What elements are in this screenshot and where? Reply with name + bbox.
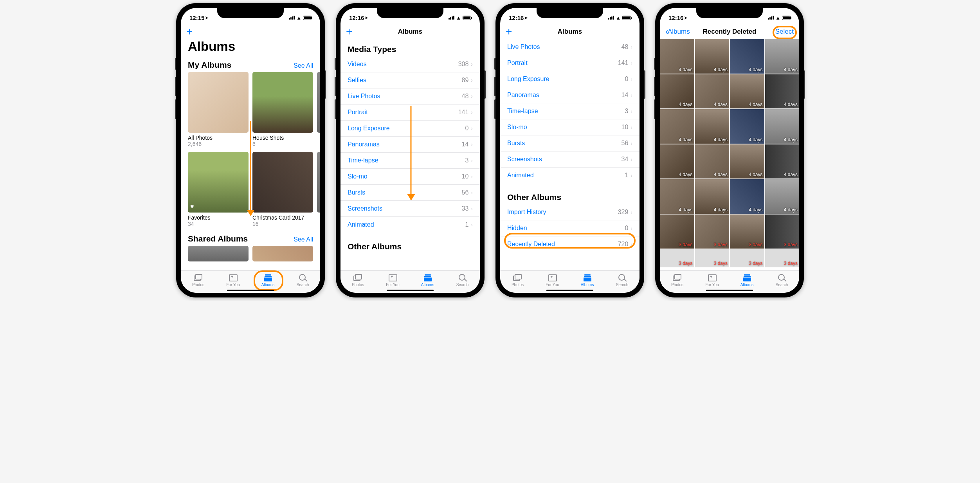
photo-thumbnail[interactable]: 3 days <box>730 249 764 267</box>
list-row[interactable]: Videos308› <box>340 56 480 72</box>
list-row[interactable]: Slo-mo10› <box>500 119 640 135</box>
location-icon: ➤ <box>524 16 528 20</box>
album-item[interactable] <box>317 72 320 147</box>
wifi-icon: ▲ <box>296 15 301 21</box>
wifi-icon: ▲ <box>456 15 461 21</box>
photo-thumbnail[interactable]: 4 days <box>765 179 800 214</box>
album-item[interactable]: ♥ Favorites 34 <box>188 152 249 227</box>
select-button[interactable]: Select <box>775 28 794 36</box>
nav-title: Albums <box>398 28 422 36</box>
photo-thumbnail[interactable]: 3 days <box>765 214 800 249</box>
list-row[interactable]: Portrait141› <box>500 55 640 71</box>
back-button[interactable]: ‹Albums <box>665 26 690 37</box>
photo-thumbnail[interactable]: 4 days <box>765 109 800 144</box>
tab-search[interactable]: Search <box>445 270 480 290</box>
add-button[interactable]: + <box>506 25 512 38</box>
tab-photos[interactable]: Photos <box>181 270 216 290</box>
photo-thumbnail[interactable]: 3 days <box>730 214 764 249</box>
home-indicator[interactable] <box>387 290 434 291</box>
photo-thumbnail[interactable]: 4 days <box>765 74 800 109</box>
album-item[interactable]: House Shots 6 <box>252 72 313 147</box>
list-row[interactable]: Panoramas14› <box>500 87 640 103</box>
list-row[interactable]: Time-lapse3› <box>500 103 640 119</box>
photo-thumbnail[interactable]: 4 days <box>730 109 764 144</box>
photo-thumbnail[interactable]: 4 days <box>695 74 730 109</box>
tab-for-you[interactable]: For You <box>695 270 730 290</box>
photo-thumbnail[interactable]: 4 days <box>660 144 694 179</box>
signal-icon <box>289 16 295 20</box>
chevron-right-icon: › <box>631 44 632 50</box>
list-row[interactable]: Screenshots34› <box>500 151 640 168</box>
tab-search[interactable]: Search <box>605 270 640 290</box>
photo-thumbnail[interactable]: 3 days <box>660 249 694 267</box>
photo-thumbnail[interactable]: 3 days <box>765 249 800 267</box>
tab-photos[interactable]: Photos <box>500 270 535 290</box>
album-item[interactable]: Christmas Card 2017 16 <box>252 152 313 227</box>
photo-thumbnail[interactable]: 3 days <box>695 249 730 267</box>
add-button[interactable]: + <box>186 25 193 38</box>
list-row[interactable]: Import History329› <box>500 204 640 220</box>
section-other-albums: Other Albums <box>500 183 640 204</box>
album-item[interactable] <box>252 246 313 261</box>
chevron-right-icon: › <box>471 205 473 212</box>
photo-thumbnail[interactable]: 4 days <box>695 109 730 144</box>
photo-thumbnail[interactable]: 4 days <box>765 39 800 74</box>
chevron-right-icon: › <box>471 189 473 196</box>
chevron-right-icon: › <box>471 109 473 115</box>
photo-thumbnail[interactable]: 4 days <box>695 39 730 74</box>
tab-search[interactable]: Search <box>764 270 799 290</box>
list-row[interactable]: Long Exposure0› <box>500 71 640 87</box>
see-all-button[interactable]: See All <box>294 62 313 69</box>
list-row[interactable]: Live Photos48› <box>340 88 480 105</box>
photo-thumbnail[interactable]: 4 days <box>660 179 694 214</box>
list-row[interactable]: Animated1› <box>500 168 640 183</box>
album-item[interactable]: All Photos 2,646 <box>188 72 249 147</box>
list-row[interactable]: Screenshots33› <box>340 201 480 217</box>
tab-photos[interactable]: Photos <box>660 270 695 290</box>
photo-thumbnail[interactable]: 4 days <box>730 179 764 214</box>
list-row[interactable]: Animated1› <box>340 217 480 232</box>
tab-albums[interactable]: Albums <box>250 270 285 290</box>
photo-thumbnail[interactable]: 4 days <box>695 179 730 214</box>
add-button[interactable]: + <box>346 25 352 38</box>
time: 12:16 <box>349 14 364 21</box>
photo-thumbnail[interactable]: 4 days <box>730 39 764 74</box>
chevron-right-icon: › <box>631 209 632 215</box>
list-row[interactable]: Recently Deleted720› <box>500 236 640 252</box>
tab-search[interactable]: Search <box>285 270 320 290</box>
tab-for-you[interactable]: For You <box>535 270 570 290</box>
photo-thumbnail[interactable]: 4 days <box>730 74 764 109</box>
nav-bar: + Albums <box>340 24 480 39</box>
list-row[interactable]: Selfies89› <box>340 72 480 88</box>
chevron-right-icon: › <box>471 125 473 132</box>
see-all-button[interactable]: See All <box>294 236 313 243</box>
tab-for-you[interactable]: For You <box>216 270 250 290</box>
wifi-icon: ▲ <box>775 15 780 21</box>
photo-thumbnail[interactable]: 4 days <box>765 144 800 179</box>
album-item[interactable] <box>188 246 249 261</box>
list-row[interactable]: Live Photos48› <box>500 39 640 55</box>
tab-albums[interactable]: Albums <box>730 270 764 290</box>
list-row[interactable]: Hidden0› <box>500 220 640 236</box>
phone-frame-1: 12:15➤ ▲ + Albums My Albums See All All … <box>176 3 325 297</box>
photo-thumbnail[interactable]: 4 days <box>660 74 694 109</box>
photo-thumbnail[interactable]: 3 days <box>660 214 694 249</box>
location-icon: ➤ <box>365 16 368 20</box>
tab-for-you[interactable]: For You <box>375 270 410 290</box>
album-item[interactable] <box>317 152 320 227</box>
list-row[interactable]: Bursts56› <box>500 135 640 151</box>
photo-thumbnail[interactable]: 4 days <box>660 39 694 74</box>
home-indicator[interactable] <box>227 290 274 291</box>
tab-albums[interactable]: Albums <box>410 270 445 290</box>
nav-bar: + <box>181 24 320 39</box>
tab-photos[interactable]: Photos <box>340 270 375 290</box>
photo-thumbnail[interactable]: 4 days <box>660 109 694 144</box>
chevron-right-icon: › <box>471 77 473 83</box>
home-indicator[interactable] <box>706 290 753 291</box>
home-indicator[interactable] <box>546 290 593 291</box>
photo-thumbnail[interactable]: 4 days <box>730 144 764 179</box>
photo-thumbnail[interactable]: 4 days <box>695 144 730 179</box>
tab-albums[interactable]: Albums <box>570 270 605 290</box>
section-shared-albums: Shared Albums <box>188 234 248 243</box>
photo-thumbnail[interactable]: 3 days <box>695 214 730 249</box>
